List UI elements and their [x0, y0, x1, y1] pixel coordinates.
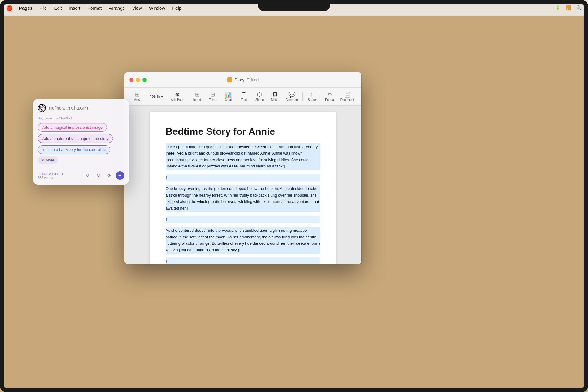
toolbar-chart-label: Chart — [225, 98, 232, 101]
window-maximize-button[interactable] — [142, 78, 147, 82]
doc-paragraph-4: As she ventured deeper into the woods, s… — [166, 227, 320, 254]
toolbar-shape[interactable]: ⬡ Shape — [252, 90, 267, 103]
document-icon: 📄 — [344, 92, 351, 97]
text-icon: T — [242, 92, 246, 97]
menubar-file[interactable]: File — [37, 4, 50, 12]
menubar-help[interactable]: Help — [169, 4, 184, 12]
format-icon: ✏ — [328, 92, 332, 97]
doc-paragraph-5: ¶ — [166, 257, 320, 264]
include-text-label[interactable]: Include All Text ◇ — [38, 172, 63, 176]
battery-icon: 🔋 — [555, 5, 561, 11]
menubar-right-controls: 🔋 📶 🔍 — [555, 5, 582, 11]
chatgpt-refine-input[interactable] — [49, 106, 124, 110]
suggestion-chip-0[interactable]: Add a magical impressionist image — [38, 123, 107, 132]
add-button[interactable]: + — [116, 171, 124, 180]
window-title-area: Story Edited — [227, 77, 259, 82]
comment-icon: 💬 — [289, 92, 296, 97]
doc-paragraph-3: ¶ — [166, 216, 320, 223]
toolbar-media[interactable]: 🖼 Media — [267, 90, 283, 103]
toolbar-sep-2 — [167, 92, 167, 101]
redo-button[interactable]: ↻ — [94, 171, 103, 180]
menubar-insert[interactable]: Insert — [66, 4, 83, 12]
document-area[interactable]: Bedtime Story for Annie Once upon a time… — [124, 106, 362, 264]
chevron-down-icon: ∨ — [41, 158, 44, 162]
menubar-app-name[interactable]: Pages — [16, 4, 35, 12]
toolbar-document[interactable]: 📄 Document — [338, 90, 357, 103]
menubar-format[interactable]: Format — [85, 4, 105, 12]
menubar-arrange[interactable]: Arrange — [106, 4, 128, 12]
window-close-button[interactable] — [129, 78, 134, 82]
more-button[interactable]: ∨ More — [38, 156, 58, 164]
menubar-edit[interactable]: Edit — [51, 4, 65, 12]
toolbar-table-label: Table — [209, 98, 216, 101]
doc-paragraph-0: Once upon a time, in a quaint little vil… — [166, 143, 320, 170]
wifi-icon: 📶 — [566, 5, 572, 11]
toolbar-format-label: Format — [325, 98, 335, 101]
toolbar-share-label: Share — [308, 98, 316, 101]
add-page-icon: ⊕ — [175, 92, 180, 97]
toolbar-share[interactable]: ↑ Share — [304, 90, 320, 103]
toolbar-media-label: Media — [271, 98, 279, 101]
suggested-by-label: Suggested by ChatGPT — [38, 116, 124, 120]
suggestion-chip-1[interactable]: Add a photorealistic image of the story — [38, 134, 113, 143]
toolbar-insert[interactable]: ⊞ Insert — [189, 90, 205, 103]
shape-icon: ⬡ — [257, 92, 262, 97]
word-count-label: 585 words — [38, 176, 63, 179]
window-toolbar: ⊞ View 125% ▾ ⊕ Add Page ⊞ Insert ⊟ Tabl… — [124, 88, 362, 106]
window-minimize-button[interactable] — [136, 78, 140, 82]
toolbar-table[interactable]: ⊟ Table — [205, 90, 220, 103]
document-page: Bedtime Story for Annie Once upon a time… — [150, 112, 336, 264]
toolbar-zoom[interactable]: 125% ▾ — [148, 93, 166, 100]
toolbar-sep-5 — [321, 92, 321, 101]
toolbar-view[interactable]: ⊞ View — [129, 90, 145, 103]
toolbar-add-page-label: Add Page — [171, 98, 184, 101]
toolbar-sep-3 — [188, 92, 188, 101]
more-button-label: More — [46, 158, 55, 162]
chatgpt-input-row — [38, 104, 124, 112]
toolbar-insert-label: Insert — [194, 98, 201, 101]
toolbar-comment[interactable]: 💬 Comment — [283, 90, 301, 103]
window-title-text: Story — [235, 77, 244, 82]
menubar-window[interactable]: Window — [146, 4, 168, 12]
camera-notch — [258, 0, 330, 11]
undo-button[interactable]: ↺ — [83, 171, 92, 180]
search-icon[interactable]: 🔍 — [576, 5, 582, 11]
toolbar-shape-label: Shape — [255, 98, 264, 101]
toolbar-document-label: Document — [340, 98, 354, 101]
popup-footer: Include All Text ◇ 585 words ↺ ↻ ⟳ + — [38, 168, 124, 180]
toolbar-add-page[interactable]: ⊕ Add Page — [168, 90, 187, 103]
view-icon: ⊞ — [135, 92, 140, 97]
window-controls — [129, 78, 147, 82]
toolbar-text[interactable]: T Text — [236, 90, 252, 103]
pages-window: Story Edited ⊞ View 125% ▾ ⊕ Add Page ⊞ … — [124, 72, 362, 264]
toolbar-view-label: View — [134, 98, 140, 101]
toolbar-sep-1 — [146, 92, 146, 101]
chatgpt-logo-icon — [38, 104, 46, 112]
refresh-button[interactable]: ⟳ — [105, 171, 113, 180]
chatgpt-popup: Suggested by ChatGPT Add a magical impre… — [33, 99, 129, 185]
doc-paragraph-2: One breezy evening, as the golden sun di… — [166, 185, 320, 212]
media-icon: 🖼 — [272, 92, 278, 97]
document-title: Bedtime Story for Annie — [166, 126, 320, 137]
suggestion-chip-2[interactable]: Include a backstory for the caterpillar — [38, 145, 110, 154]
table-icon: ⊟ — [211, 92, 215, 97]
pages-app-icon — [227, 77, 232, 82]
zoom-value: 125% — [150, 94, 160, 99]
share-icon: ↑ — [310, 92, 313, 97]
toolbar-text-label: Text — [241, 98, 247, 101]
toolbar-sep-4 — [302, 92, 303, 101]
menubar-view[interactable]: View — [129, 4, 145, 12]
toolbar-format[interactable]: ✏ Format — [322, 90, 338, 103]
doc-paragraph-1: ¶ — [166, 174, 320, 181]
insert-icon: ⊞ — [195, 92, 200, 97]
apple-menu-icon[interactable]: 🍎 — [6, 5, 13, 11]
zoom-chevron-icon: ▾ — [161, 94, 163, 99]
footer-action-buttons: ↺ ↻ ⟳ + — [83, 171, 124, 180]
chart-icon: 📊 — [225, 92, 232, 97]
footer-info: Include All Text ◇ 585 words — [38, 172, 63, 179]
toolbar-comment-label: Comment — [286, 98, 298, 101]
window-subtitle-text: Edited — [247, 77, 259, 82]
window-titlebar: Story Edited — [124, 72, 362, 88]
toolbar-chart[interactable]: 📊 Chart — [220, 90, 236, 103]
